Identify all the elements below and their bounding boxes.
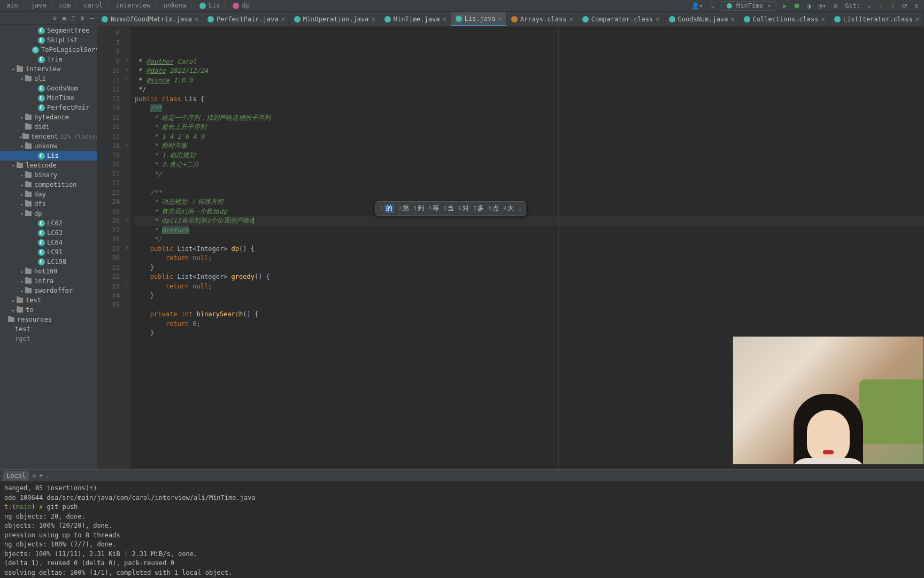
ime-candidate-bar[interactable]: 1的2第3到4等5当6对7多8点9大⌄ (375, 201, 526, 216)
editor-tab[interactable]: ListIterator.class× (830, 12, 924, 26)
code-line[interactable]: * @date 2022/12/24 (135, 66, 924, 76)
coverage-button[interactable]: ◑ (807, 2, 811, 10)
code-line[interactable]: */ (135, 85, 924, 95)
editor-tabs[interactable]: NumsOfGoodMatrix.java×PerfectPair.java×M… (97, 12, 924, 27)
run-button[interactable]: ▶ (783, 2, 787, 10)
close-icon[interactable]: × (442, 16, 446, 23)
code-line[interactable]: return 0; (135, 320, 924, 329)
terminal-dropdown-icon[interactable]: ⌄ (47, 473, 49, 478)
code-line[interactable]: * dp[i]表示到第i个位置的严格d (135, 216, 924, 226)
code-line[interactable]: public List<Integer> greedy() { (135, 272, 924, 282)
breadcrumb-seg[interactable]: java (31, 2, 47, 9)
tree-item[interactable]: CSkipList (0, 35, 97, 45)
tree-item[interactable]: ▾unkonw (0, 141, 97, 151)
git-push-icon[interactable]: ↗ (891, 2, 895, 10)
close-icon[interactable]: × (372, 16, 375, 23)
code-line[interactable]: } (135, 263, 924, 273)
tree-item[interactable]: CTrie (0, 55, 97, 64)
tree-item[interactable]: ▾leetcode (0, 161, 97, 170)
tree-item[interactable]: ▸swordoffer (0, 286, 97, 295)
terminal-tab-local[interactable]: Local (3, 471, 29, 481)
tree-item[interactable]: rget (0, 334, 97, 344)
code-line[interactable]: * 最长上升子序列 (135, 123, 924, 132)
close-icon[interactable]: × (195, 16, 198, 23)
code-line[interactable]: * 2.贪心+二分 (135, 160, 924, 170)
ime-candidate[interactable]: 3到 (413, 204, 424, 213)
close-icon[interactable]: × (730, 16, 734, 23)
close-icon[interactable]: × (821, 16, 825, 23)
locate-icon[interactable]: ⊙ (53, 14, 57, 22)
tree-item[interactable]: ▸hot100 (0, 267, 97, 276)
tree-item[interactable]: ▸day (0, 189, 97, 199)
tree-item[interactable]: CToPoLogicalSort (0, 45, 97, 55)
code-line[interactable]: * 动态规划-》转移方程 (135, 197, 924, 207)
code-line[interactable]: * @author Carol (135, 57, 924, 67)
code-line[interactable]: * 1 4 2 6 4 9 (135, 132, 924, 142)
code-line[interactable]: */ (135, 170, 924, 179)
profile-button[interactable]: ◔▾ (818, 2, 826, 10)
user-icon[interactable]: 👤▾ (691, 2, 703, 10)
tree-item[interactable]: ▸dfs (0, 199, 97, 209)
tree-item[interactable]: CMinTime (0, 93, 97, 103)
editor-tab[interactable]: Arrays.class× (507, 12, 578, 26)
project-tree[interactable]: CSegmentTreeCSkipListCToPoLogicalSortCTr… (0, 25, 97, 354)
tree-item[interactable]: ▸test (0, 295, 97, 305)
breadcrumb-seg[interactable]: interview (116, 2, 150, 9)
code-line[interactable]: private int binarySearch() { (135, 310, 924, 320)
tree-item[interactable]: ▸binary (0, 170, 97, 180)
settings-icon[interactable]: ⚙ (80, 14, 84, 22)
ime-candidate[interactable]: 8点 (488, 204, 499, 213)
ime-candidate[interactable]: 4等 (428, 204, 439, 213)
stop-button[interactable]: ■ (834, 2, 837, 10)
tree-item[interactable] (0, 344, 97, 353)
tree-item[interactable]: ▸tencent12% classes, 10% lines covered (0, 132, 97, 141)
code-line[interactable]: */ (135, 235, 924, 245)
ime-candidate[interactable]: 6对 (458, 204, 469, 213)
breadcrumb-seg[interactable]: com (59, 2, 71, 9)
breadcrumb-seg[interactable]: carol (83, 2, 103, 9)
editor-tab[interactable]: Collections.class× (740, 12, 830, 26)
ime-candidate[interactable]: 5当 (443, 204, 454, 213)
tree-item[interactable]: CLC198 (0, 257, 97, 267)
code-line[interactable]: return null; (135, 254, 924, 263)
tree-item[interactable]: ▸to (0, 305, 97, 315)
breadcrumb-seg[interactable]: Lis (209, 2, 220, 9)
run-config-select[interactable]: MinTime ▾ (721, 1, 776, 11)
breadcrumb-seg[interactable]: unkonw (163, 2, 186, 9)
tree-item[interactable]: ▸competition (0, 180, 97, 189)
tree-item[interactable]: resources (0, 315, 97, 324)
search-icon[interactable]: ⊙ (915, 2, 919, 10)
ime-candidate[interactable]: 2第 (398, 204, 409, 213)
tree-item[interactable]: ▸infra (0, 276, 97, 286)
code-line[interactable]: /** (135, 104, 924, 113)
tree-item[interactable]: CLis (0, 151, 97, 161)
ime-candidate[interactable]: 1的 (380, 204, 394, 213)
tree-item[interactable]: CLC62 (0, 218, 97, 228)
debug-button[interactable]: ⬣ (794, 2, 799, 10)
tree-item[interactable]: CSegmentTree (0, 26, 97, 35)
close-icon[interactable]: × (281, 16, 284, 23)
build-icon[interactable]: ↘ (711, 2, 714, 10)
close-icon[interactable]: × (656, 16, 659, 23)
ime-more-icon[interactable]: ⌄ (518, 206, 521, 211)
code-line[interactable]: public List<Integer> dp() { (135, 245, 924, 254)
collapse-icon[interactable]: ≣ (71, 14, 75, 22)
code-line[interactable]: /** (135, 188, 924, 198)
tree-item[interactable]: ▾ali (0, 74, 97, 83)
terminal-output[interactable]: hanged, 85 insertions(+)ode 100644 dsa/s… (0, 482, 924, 578)
code-line[interactable]: * 两种方案 (135, 141, 924, 151)
close-icon[interactable]: × (498, 15, 502, 22)
editor-tab[interactable]: MinTime.java× (380, 12, 451, 26)
terminal-tabs[interactable]: Local × + ⌄ (0, 470, 924, 482)
breadcrumb-seg[interactable]: ain (6, 2, 18, 9)
code-line[interactable]: * @since 1.0.0 (135, 76, 924, 86)
editor-tab[interactable]: MinOperation.java× (290, 12, 380, 26)
tree-item[interactable]: test (0, 324, 97, 334)
code-line[interactable]: * @return (135, 226, 924, 235)
editor-tab[interactable]: NumsOfGoodMatrix.java× (97, 12, 203, 26)
tree-item[interactable]: CPerfectPair (0, 103, 97, 112)
code-line[interactable]: * 首先我们用一个数组dp (135, 207, 924, 217)
code-line[interactable]: * 给定一个序列，找到严格递增的子序列 (135, 113, 924, 123)
code-line[interactable]: return null; (135, 282, 924, 292)
code-line[interactable] (135, 179, 924, 188)
